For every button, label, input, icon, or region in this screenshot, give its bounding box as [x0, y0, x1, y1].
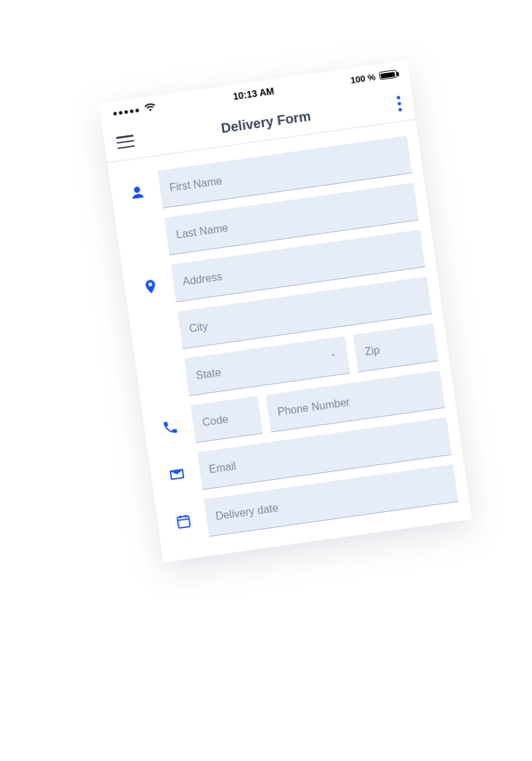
state-placeholder: State [195, 366, 222, 382]
svg-line-3 [185, 515, 186, 517]
city-placeholder: City [189, 320, 209, 335]
last-name-placeholder: Last Name [175, 222, 229, 242]
svg-line-1 [177, 519, 189, 520]
phone-code-placeholder: Code [202, 413, 229, 429]
email-icon [160, 454, 194, 496]
zip-field[interactable]: Zip [353, 324, 439, 372]
delivery-date-placeholder: Delivery date [215, 502, 280, 523]
svg-line-2 [180, 516, 181, 519]
signal-dots-icon: ●●●●● [112, 105, 141, 118]
status-right: 100 % [350, 68, 397, 85]
battery-percent: 100 % [350, 72, 376, 85]
person-icon [120, 172, 154, 214]
chevron-down-icon [328, 350, 338, 364]
svg-rect-0 [177, 516, 190, 528]
battery-icon [379, 70, 397, 81]
phone-mockup: ●●●●● 10:13 AM 100 % Delivery Form [99, 60, 472, 562]
phone-frame: ●●●●● 10:13 AM 100 % Delivery Form [99, 60, 472, 562]
first-name-placeholder: First Name [169, 175, 223, 194]
phone-icon [153, 407, 187, 449]
address-placeholder: Address [182, 271, 223, 288]
location-icon [133, 266, 168, 308]
more-icon[interactable] [397, 95, 402, 111]
delivery-form: First Name Last Name [107, 119, 471, 562]
status-left: ●●●●● [112, 100, 158, 121]
page-title: Delivery Form [220, 108, 311, 136]
wifi-icon [143, 100, 158, 116]
phone-code-field[interactable]: Code [191, 396, 263, 443]
menu-icon[interactable] [116, 135, 135, 149]
phone-number-placeholder: Phone Number [277, 396, 351, 418]
status-time: 10:13 AM [232, 85, 275, 102]
email-placeholder: Email [208, 460, 237, 475]
calendar-icon [167, 500, 201, 542]
zip-placeholder: Zip [364, 344, 381, 358]
